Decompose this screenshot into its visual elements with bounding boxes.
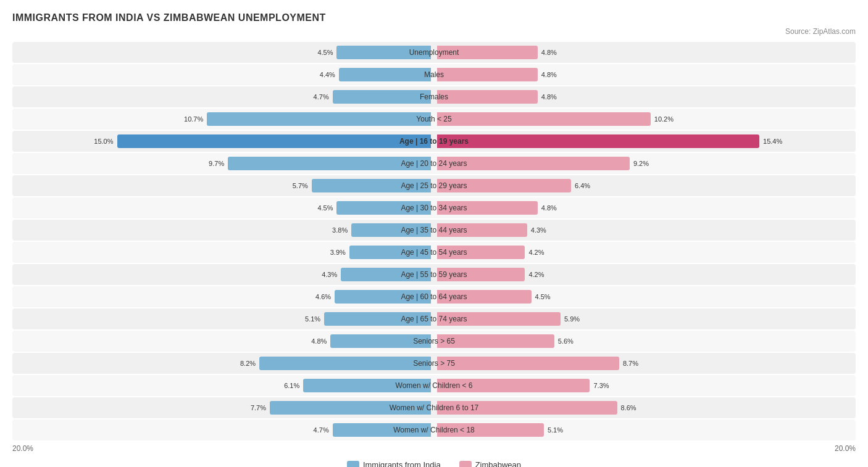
bar-value-right: 6.4% bbox=[575, 182, 590, 189]
bar-value-left: 3.9% bbox=[330, 249, 346, 256]
chart-row: 8.2% Seniors > 75 8.7% bbox=[12, 353, 856, 374]
right-section: 4.8% bbox=[434, 197, 856, 218]
left-section: 15.0% bbox=[12, 131, 434, 152]
chart-row: 4.6% Age | 60 to 64 years 4.5% bbox=[12, 286, 856, 307]
axis-row: 20.0% 20.0% bbox=[12, 442, 856, 455]
bar-value-right: 7.3% bbox=[593, 382, 609, 389]
bars-wrapper: 5.7% Age | 25 to 29 years 6.4% bbox=[12, 175, 856, 196]
bar-value-left: 4.6% bbox=[315, 293, 331, 300]
legend-item-left: Immigrants from India bbox=[347, 460, 441, 467]
bar-value-right: 4.2% bbox=[528, 249, 544, 256]
right-section: 10.2% bbox=[434, 109, 856, 130]
bar-value-right: 10.2% bbox=[654, 115, 674, 123]
bar-value-left: 15.0% bbox=[94, 138, 113, 145]
right-section: 6.4% bbox=[434, 175, 856, 196]
bar-value-left: 7.7% bbox=[251, 404, 266, 411]
bar-right bbox=[437, 134, 759, 148]
bar-left bbox=[228, 157, 431, 170]
bar-left bbox=[339, 68, 431, 81]
left-section: 6.1% bbox=[12, 375, 434, 396]
bar-value-right: 4.5% bbox=[535, 293, 551, 300]
right-section: 4.8% bbox=[434, 42, 856, 63]
bar-value-left: 8.2% bbox=[240, 360, 256, 367]
bar-value-right: 9.2% bbox=[633, 160, 649, 167]
bar-value-right: 5.9% bbox=[564, 315, 580, 323]
bar-value-right: 4.8% bbox=[541, 49, 557, 56]
bar-right bbox=[437, 112, 651, 126]
bar-left bbox=[333, 423, 431, 437]
chart-row: 4.8% Seniors > 65 5.6% bbox=[12, 331, 856, 352]
bar-value-right: 5.1% bbox=[548, 426, 563, 434]
bar-right bbox=[437, 46, 538, 59]
bar-left bbox=[207, 112, 431, 126]
chart-container: IMMIGRANTS FROM INDIA VS ZIMBABWEAN UNEM… bbox=[0, 0, 868, 467]
bars-wrapper: 4.7% Women w/ Children < 18 5.1% bbox=[12, 419, 856, 440]
bar-value-right: 5.6% bbox=[558, 337, 574, 345]
right-section: 7.3% bbox=[434, 375, 856, 396]
bar-value-left: 4.3% bbox=[322, 271, 337, 278]
left-section: 4.7% bbox=[12, 86, 434, 107]
bar-left bbox=[330, 334, 431, 348]
bar-value-left: 10.7% bbox=[184, 115, 203, 123]
left-section: 4.4% bbox=[12, 64, 434, 85]
bar-value-left: 4.7% bbox=[314, 426, 329, 434]
legend: Immigrants from India Zimbabwean bbox=[12, 460, 856, 467]
bar-value-right: 4.8% bbox=[541, 204, 557, 212]
bar-value-left: 6.1% bbox=[284, 382, 299, 389]
bar-left bbox=[333, 90, 431, 104]
bars-wrapper: 4.4% Males 4.8% bbox=[12, 64, 856, 85]
bar-right bbox=[437, 201, 538, 215]
right-section: 5.6% bbox=[434, 331, 856, 352]
left-section: 4.5% bbox=[12, 197, 434, 218]
bar-value-left: 5.1% bbox=[305, 315, 320, 323]
left-section: 4.7% bbox=[12, 419, 434, 440]
bars-wrapper: 4.8% Seniors > 65 5.6% bbox=[12, 331, 856, 352]
right-section: 4.2% bbox=[434, 242, 856, 263]
chart-row: 4.7% Women w/ Children < 18 5.1% bbox=[12, 419, 856, 440]
bar-right bbox=[437, 401, 617, 415]
right-section: 4.3% bbox=[434, 220, 856, 241]
bar-right bbox=[437, 157, 630, 170]
bar-value-left: 4.8% bbox=[311, 337, 327, 345]
bars-wrapper: 3.8% Age | 35 to 44 years 4.3% bbox=[12, 220, 856, 241]
chart-area: 4.5% Unemployment 4.8% 4.4% Males 4.8% bbox=[12, 42, 856, 455]
chart-row: 4.7% Females 4.8% bbox=[12, 86, 856, 107]
bar-left bbox=[303, 379, 431, 392]
source-label: Source: ZipAtlas.com bbox=[12, 27, 856, 36]
bar-right bbox=[437, 290, 532, 304]
bar-left bbox=[324, 312, 431, 326]
bars-wrapper: 4.6% Age | 60 to 64 years 4.5% bbox=[12, 286, 856, 307]
left-section: 8.2% bbox=[12, 353, 434, 374]
bars-wrapper: 3.9% Age | 45 to 54 years 4.2% bbox=[12, 242, 856, 263]
bars-wrapper: 9.7% Age | 20 to 24 years 9.2% bbox=[12, 153, 856, 174]
legend-label-right: Zimbabwean bbox=[475, 460, 521, 467]
right-section: 4.8% bbox=[434, 64, 856, 85]
left-section: 5.1% bbox=[12, 308, 434, 329]
bars-wrapper: 4.3% Age | 55 to 59 years 4.2% bbox=[12, 264, 856, 285]
axis-left: 20.0% bbox=[12, 444, 33, 453]
left-section: 7.7% bbox=[12, 397, 434, 418]
right-section: 5.1% bbox=[434, 419, 856, 440]
legend-item-right: Zimbabwean bbox=[459, 460, 521, 467]
bar-right bbox=[437, 379, 590, 392]
bar-left bbox=[312, 179, 431, 192]
right-section: 4.5% bbox=[434, 286, 856, 307]
bar-value-right: 15.4% bbox=[763, 138, 782, 145]
bar-left bbox=[117, 134, 432, 148]
chart-row: 15.0% Age | 16 to 19 years 15.4% bbox=[12, 131, 856, 152]
bar-right bbox=[437, 334, 554, 348]
bar-left bbox=[270, 401, 431, 415]
legend-label-left: Immigrants from India bbox=[363, 460, 441, 467]
legend-color-left bbox=[347, 461, 359, 468]
chart-title: IMMIGRANTS FROM INDIA VS ZIMBABWEAN UNEM… bbox=[12, 12, 856, 23]
right-section: 8.6% bbox=[434, 397, 856, 418]
left-section: 9.7% bbox=[12, 153, 434, 174]
left-section: 4.6% bbox=[12, 286, 434, 307]
chart-row: 9.7% Age | 20 to 24 years 9.2% bbox=[12, 153, 856, 174]
bar-value-left: 4.5% bbox=[317, 204, 333, 212]
bar-left bbox=[351, 223, 431, 237]
bar-value-left: 4.4% bbox=[320, 71, 335, 78]
chart-row: 4.5% Age | 30 to 34 years 4.8% bbox=[12, 197, 856, 218]
bar-right bbox=[437, 268, 525, 281]
bar-right bbox=[437, 179, 571, 192]
